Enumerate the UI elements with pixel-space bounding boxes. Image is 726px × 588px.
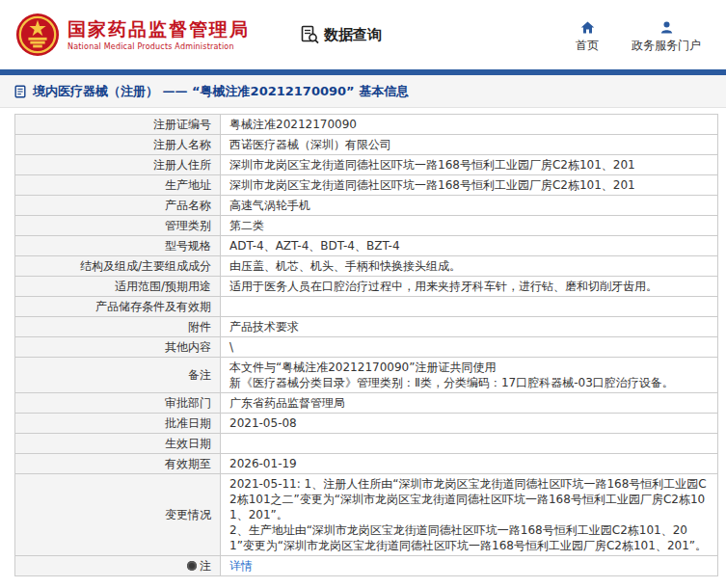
- row-value: \: [221, 337, 718, 358]
- detail-table-body: 注册证编号粤械注准20212170090注册人名称西诺医疗器械（深圳）有限公司注…: [15, 115, 718, 576]
- row-label-text: 生效日期: [165, 437, 211, 450]
- document-icon: [13, 85, 27, 98]
- nav-home-label: 首页: [576, 38, 599, 54]
- row-label-text: 产品储存条件及有效期: [95, 300, 211, 313]
- table-row: 备注本文件与“粤械注准20212170090”注册证共同使用 新《医疗器械分类目…: [15, 358, 718, 393]
- row-value: 第二类: [221, 216, 718, 236]
- table-row: 变更情况2021-05-11: 1、注册人住所由“深圳市龙岗区宝龙街道同德社区吓…: [15, 474, 718, 556]
- row-value: 粤械注准20212170090: [221, 115, 718, 135]
- table-row: 其他内容\: [15, 337, 718, 358]
- home-icon: [580, 20, 595, 35]
- nav-portal[interactable]: 政务服务门户: [632, 20, 701, 54]
- agency-title-block: 国家药品监督管理局 National Medical Products Admi…: [67, 18, 250, 51]
- row-label-text: 注册人住所: [153, 158, 211, 172]
- agency-title-en: National Medical Products Administration: [67, 42, 250, 51]
- row-value: 西诺医疗器械（深圳）有限公司: [221, 135, 718, 155]
- row-label-text: 适用范围/预期用途: [115, 280, 211, 293]
- row-label: 备注: [15, 358, 221, 393]
- table-row: 审批部门广东省药品监督管理局: [15, 393, 718, 414]
- row-label: 审批部门: [15, 393, 221, 414]
- row-value: 2021-05-08: [221, 414, 718, 434]
- detail-table: 注册证编号粤械注准20212170090注册人名称西诺医疗器械（深圳）有限公司注…: [14, 114, 718, 576]
- row-label: 附件: [15, 317, 221, 337]
- row-label: 产品名称: [15, 196, 221, 216]
- data-query-label: 数据查询: [324, 26, 382, 44]
- row-label: 结构及组成/主要组成成分: [15, 256, 221, 277]
- row-value: 由压盖、机芯、机头、手柄和快换接头组成。: [221, 256, 718, 277]
- table-row: 注册人住所深圳市龙岗区宝龙街道同德社区吓坑一路168号恒利工业园厂房C2栋101…: [15, 155, 718, 175]
- row-label-text: 注: [200, 559, 211, 573]
- site-header: 国家药品监督管理局 National Medical Products Admi…: [0, 0, 726, 69]
- row-label: 注册人住所: [15, 155, 221, 175]
- row-label: 变更情况: [15, 474, 221, 556]
- row-label-text: 生产地址: [165, 178, 211, 192]
- row-label: 注册证编号: [15, 115, 221, 135]
- breadcrumb: 境内医疗器械（注册） —— “粤械注准20212170090” 基本信息: [0, 75, 726, 108]
- row-label-text: 备注: [188, 368, 211, 382]
- national-emblem-icon: [15, 13, 60, 57]
- row-value: 深圳市龙岗区宝龙街道同德社区吓坑一路168号恒利工业园厂房C2栋101、201: [221, 155, 718, 175]
- top-nav: 首页 政务服务门户: [576, 16, 701, 54]
- row-value: 产品技术要求: [221, 317, 718, 337]
- table-row: 注册证编号粤械注准20212170090: [15, 115, 718, 135]
- row-value: ADT-4、AZT-4、BDT-4、BZT-4: [221, 236, 718, 256]
- row-value: 详情: [221, 556, 718, 576]
- table-row: 管理类别第二类: [15, 216, 718, 236]
- row-label-text: 结构及组成/主要组成成分: [80, 259, 211, 273]
- row-label-text: 变更情况: [165, 508, 211, 521]
- row-label-text: 注册人名称: [153, 138, 211, 151]
- nav-home[interactable]: 首页: [576, 20, 599, 54]
- row-label: 适用范围/预期用途: [15, 277, 221, 297]
- table-row: 产品名称高速气涡轮手机: [15, 196, 718, 216]
- table-row: 生效日期: [15, 434, 718, 454]
- row-label: 生产地址: [15, 175, 221, 196]
- row-label: 产品储存条件及有效期: [15, 297, 221, 317]
- row-label-text: 型号规格: [165, 239, 211, 253]
- breadcrumb-text: 境内医疗器械（注册） —— “粤械注准20212170090” 基本信息: [33, 83, 409, 100]
- row-label: 注: [15, 556, 221, 576]
- nav-portal-label: 政务服务门户: [632, 38, 701, 54]
- row-value: [221, 297, 718, 317]
- row-value: 高速气涡轮手机: [221, 196, 718, 216]
- row-label: 生效日期: [15, 434, 221, 454]
- data-query-tab[interactable]: 数据查询: [300, 25, 382, 44]
- row-label-text: 审批部门: [165, 396, 211, 410]
- detail-section: 注册证编号粤械注准20212170090注册人名称西诺医疗器械（深圳）有限公司注…: [0, 108, 726, 588]
- table-row: 注详情: [15, 556, 718, 576]
- row-value: 广东省药品监督管理局: [221, 393, 718, 414]
- data-query-icon: [300, 25, 319, 44]
- user-icon: [659, 20, 674, 35]
- row-value: 适用于医务人员在口腔治疗过程中，用来夹持牙科车针，进行钻、磨和切削牙齿用。: [221, 277, 718, 297]
- row-label-text: 批准日期: [165, 416, 211, 430]
- table-row: 批准日期2021-05-08: [15, 414, 718, 434]
- row-value: 本文件与“粤械注准20212170090”注册证共同使用 新《医疗器械分类目录》…: [221, 358, 718, 393]
- row-label: 管理类别: [15, 216, 221, 236]
- table-row: 有效期至2026-01-19: [15, 454, 718, 474]
- table-row: 结构及组成/主要组成成分由压盖、机芯、机头、手柄和快换接头组成。: [15, 256, 718, 277]
- table-row: 适用范围/预期用途适用于医务人员在口腔治疗过程中，用来夹持牙科车针，进行钻、磨和…: [15, 277, 718, 297]
- row-label: 型号规格: [15, 236, 221, 256]
- row-value: 2021-05-11: 1、注册人住所由“深圳市龙岗区宝龙街道同德社区吓坑一路1…: [221, 474, 718, 556]
- table-row: 型号规格ADT-4、AZT-4、BDT-4、BZT-4: [15, 236, 718, 256]
- row-label-text: 产品名称: [165, 199, 211, 212]
- row-value: [221, 434, 718, 454]
- row-label-text: 管理类别: [165, 219, 211, 232]
- table-row: 生产地址深圳市龙岗区宝龙街道同德社区吓坑一路168号恒利工业园厂房C2栋101、…: [15, 175, 718, 196]
- row-label-text: 附件: [188, 320, 211, 334]
- row-label: 批准日期: [15, 414, 221, 434]
- note-circle-icon: [187, 561, 197, 571]
- row-label-text: 其他内容: [165, 340, 211, 354]
- row-value: 深圳市龙岗区宝龙街道同德社区吓坑一路168号恒利工业园厂房C2栋101、201: [221, 175, 718, 196]
- row-label: 其他内容: [15, 337, 221, 358]
- table-row: 产品储存条件及有效期: [15, 297, 718, 317]
- detail-link[interactable]: 详情: [229, 559, 253, 573]
- table-row: 附件产品技术要求: [15, 317, 718, 337]
- table-row: 注册人名称西诺医疗器械（深圳）有限公司: [15, 135, 718, 155]
- row-value: 2026-01-19: [221, 454, 718, 474]
- agency-title-cn: 国家药品监督管理局: [67, 18, 250, 40]
- row-label-text: 注册证编号: [153, 118, 211, 131]
- row-label: 有效期至: [15, 454, 221, 474]
- row-label-text: 有效期至: [165, 457, 211, 470]
- row-label: 注册人名称: [15, 135, 221, 155]
